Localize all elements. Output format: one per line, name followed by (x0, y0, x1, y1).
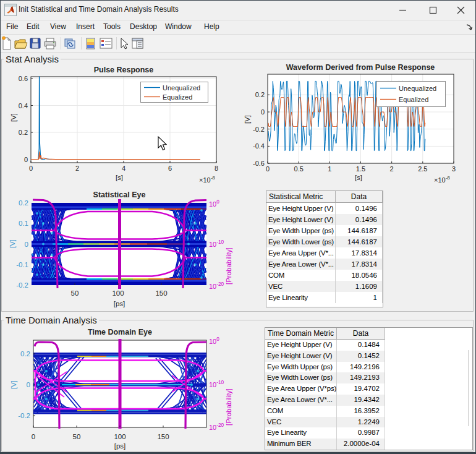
svg-text:[V]: [V] (10, 113, 17, 122)
svg-text:[V]: [V] (9, 239, 16, 248)
svg-text:0.4: 0.4 (19, 102, 28, 109)
svg-text:0.6: 0.6 (19, 75, 28, 82)
svg-text:0.1: 0.1 (19, 220, 28, 227)
svg-text:0: 0 (29, 165, 33, 172)
svg-text:2: 2 (75, 165, 79, 172)
svg-text:150: 150 (155, 289, 167, 297)
svg-text:Equalized: Equalized (399, 96, 428, 103)
svg-text:100: 100 (112, 289, 124, 297)
svg-text:[ps]: [ps] (114, 300, 125, 307)
svg-text:-0.2: -0.2 (16, 281, 28, 289)
svg-text:-0.6: -0.6 (253, 160, 265, 167)
svg-text:0.2: 0.2 (19, 129, 28, 136)
svg-text:100: 100 (114, 433, 125, 440)
svg-text:0: 0 (32, 433, 35, 440)
svg-text:-0.4: -0.4 (253, 142, 265, 150)
svg-text:10-20: 10-20 (209, 422, 224, 431)
svg-text:[s]: [s] (116, 174, 123, 181)
svg-text:0: 0 (25, 241, 28, 248)
svg-text:[Probability]: [Probability] (225, 388, 232, 426)
svg-text:[Probability]: [Probability] (225, 247, 232, 285)
svg-text:-0.2: -0.2 (18, 412, 30, 419)
svg-text:10-20: 10-20 (209, 281, 224, 290)
svg-text:0: 0 (24, 156, 28, 163)
svg-text:×10-8: ×10-8 (434, 175, 450, 184)
svg-text:10-10: 10-10 (209, 239, 224, 248)
svg-text:×10-8: ×10-8 (199, 175, 215, 184)
svg-text:[ps]: [ps] (114, 442, 126, 450)
svg-text:Equalized: Equalized (163, 93, 192, 101)
svg-text:50: 50 (73, 433, 81, 440)
svg-text:Unequalized: Unequalized (163, 84, 200, 92)
svg-text:50: 50 (71, 289, 79, 297)
svg-text:0: 0 (27, 381, 30, 388)
svg-text:0.2: 0.2 (255, 91, 265, 98)
svg-text:0.2: 0.2 (20, 350, 30, 358)
svg-text:0: 0 (266, 165, 270, 173)
svg-text:0: 0 (261, 108, 265, 116)
svg-text:0.5: 0.5 (294, 165, 304, 173)
svg-text:0.2: 0.2 (19, 199, 28, 207)
svg-text:-0.1: -0.1 (16, 261, 28, 268)
svg-text:Statistical Eye: Statistical Eye (93, 191, 146, 199)
svg-text:Time Domain Eye: Time Domain Eye (88, 328, 152, 336)
svg-text:[V]: [V] (244, 115, 251, 124)
svg-text:Unequalized: Unequalized (399, 85, 436, 92)
svg-text:Waveform Derived from Pulse Re: Waveform Derived from Pulse Response (286, 63, 435, 72)
svg-text:10-10: 10-10 (209, 380, 224, 388)
svg-text:1: 1 (328, 165, 331, 173)
svg-text:2: 2 (390, 165, 394, 173)
svg-text:4: 4 (122, 165, 125, 172)
svg-text:8: 8 (215, 165, 218, 172)
svg-text:150: 150 (157, 433, 169, 440)
svg-text:-0.2: -0.2 (253, 126, 265, 133)
svg-text:[s]: [s] (355, 174, 362, 181)
svg-text:1.5: 1.5 (356, 165, 365, 173)
svg-text:Pulse Response: Pulse Response (94, 66, 154, 74)
svg-text:100: 100 (209, 199, 219, 208)
svg-text:2.5: 2.5 (418, 165, 427, 173)
svg-text:6: 6 (168, 165, 172, 172)
svg-text:100: 100 (209, 336, 219, 345)
svg-text:3: 3 (452, 165, 456, 173)
svg-text:[V]: [V] (10, 380, 17, 389)
